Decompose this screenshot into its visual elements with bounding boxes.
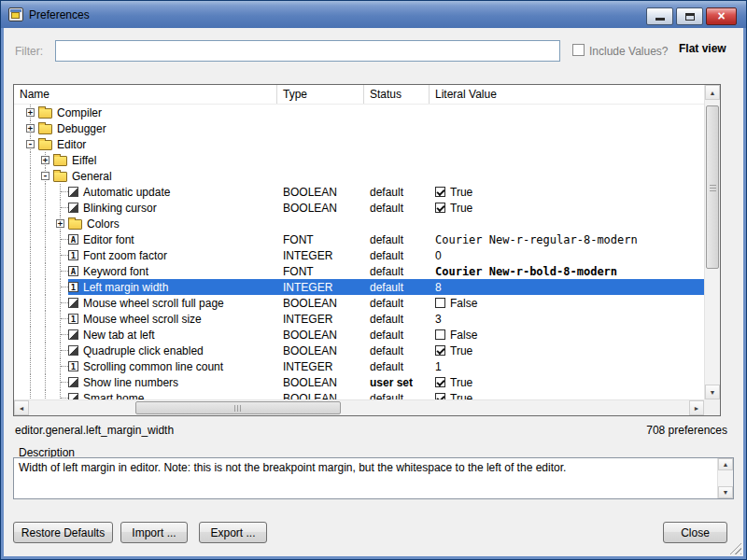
- value-checkbox[interactable]: [435, 298, 445, 308]
- import-button[interactable]: Import ...: [120, 522, 188, 543]
- tree-guide: [38, 184, 53, 200]
- scrollbar-corner: [704, 399, 720, 415]
- scroll-down-icon[interactable]: ▼: [718, 486, 733, 498]
- tree-row[interactable]: +Debugger: [14, 120, 704, 136]
- pref-value: Courier New-r-bold-8-modern: [430, 263, 704, 279]
- tree-guide: [23, 374, 38, 390]
- tree-rows: +Compiler+Debugger-Editor+Eiffel-General…: [14, 105, 704, 399]
- tree-row[interactable]: Show line numbersBOOLEANuser setTrue: [14, 374, 704, 390]
- expander-minus-icon[interactable]: -: [23, 136, 38, 152]
- tree-guide: [38, 390, 53, 399]
- tree-row[interactable]: Mouse wheel scroll full pageBOOLEANdefau…: [14, 295, 704, 311]
- close-window-button[interactable]: ×: [706, 7, 737, 25]
- bool-icon: [68, 329, 78, 340]
- pref-name: General: [72, 170, 112, 183]
- pref-value: 8: [430, 279, 704, 295]
- include-values-label[interactable]: Include Values?: [589, 45, 669, 58]
- expander-minus-icon[interactable]: -: [38, 168, 53, 184]
- resize-grip[interactable]: [729, 542, 741, 554]
- bool-icon: [68, 203, 78, 213]
- folder-icon: [53, 172, 67, 182]
- pref-type: [277, 152, 364, 168]
- value-checkbox[interactable]: [435, 203, 445, 213]
- pref-name: Debugger: [57, 122, 106, 135]
- pref-name: Show line numbers: [83, 376, 178, 389]
- tree-guide: [53, 343, 68, 358]
- vertical-scrollbar[interactable]: ▲ ▼: [704, 85, 720, 399]
- pref-name: Compiler: [57, 106, 102, 119]
- scroll-right-icon[interactable]: ►: [689, 400, 704, 415]
- column-header-name[interactable]: Name: [14, 85, 277, 104]
- value-checkbox[interactable]: [435, 393, 445, 399]
- tree-guide: [23, 184, 38, 200]
- value-text: True: [450, 202, 472, 215]
- filter-input[interactable]: [55, 40, 560, 62]
- tree-row[interactable]: Automatic updateBOOLEANdefaultTrue: [14, 184, 704, 200]
- expander-plus-icon[interactable]: +: [53, 216, 68, 231]
- horizontal-scroll-thumb[interactable]: [135, 401, 341, 414]
- expander-plus-icon[interactable]: +: [38, 152, 53, 168]
- column-header-type[interactable]: Type: [277, 85, 364, 104]
- tree-row[interactable]: 1Scrolling common line countINTEGERdefau…: [14, 358, 704, 374]
- tree-row[interactable]: AKeyword fontFONTdefaultCourier New-r-bo…: [14, 263, 704, 279]
- minimize-button[interactable]: [646, 7, 673, 25]
- scroll-up-icon[interactable]: ▲: [705, 85, 720, 100]
- tree-row[interactable]: +Compiler: [14, 105, 704, 120]
- tree-gutter: [14, 343, 68, 358]
- tree-guide: [38, 295, 53, 311]
- folder-icon: [38, 108, 52, 119]
- folder-icon: [38, 124, 52, 134]
- export-button[interactable]: Export ...: [199, 522, 267, 543]
- value-checkbox[interactable]: [435, 187, 445, 197]
- pref-type: BOOLEAN: [277, 327, 364, 343]
- tree-guide: [38, 327, 53, 343]
- scroll-left-icon[interactable]: ◄: [14, 400, 29, 415]
- include-values-checkbox[interactable]: [572, 44, 585, 56]
- pref-type: BOOLEAN: [277, 295, 364, 311]
- tree-row[interactable]: Smart homeBOOLEANdefaultTrue: [14, 390, 704, 399]
- tree-row[interactable]: Quadruple click enabledBOOLEANdefaultTru…: [14, 343, 704, 358]
- column-header-literal-value[interactable]: Literal Value: [430, 85, 704, 104]
- tree-row[interactable]: 1Mouse wheel scroll sizeINTEGERdefault3: [14, 311, 704, 327]
- expander-plus-icon[interactable]: +: [23, 105, 38, 120]
- tree-row[interactable]: -Editor: [14, 136, 704, 152]
- pref-value: False: [430, 295, 704, 311]
- pref-name: Keyword font: [83, 265, 148, 278]
- tree-row[interactable]: Blinking cursorBOOLEANdefaultTrue: [14, 200, 704, 216]
- horizontal-scrollbar[interactable]: ◄ ►: [14, 399, 704, 415]
- bool-icon: [68, 187, 78, 197]
- pref-value: True: [430, 374, 704, 390]
- pref-name-cell: Blinking cursor: [14, 200, 277, 216]
- int-icon: 1: [68, 250, 78, 260]
- value-checkbox[interactable]: [435, 377, 445, 387]
- column-header-status[interactable]: Status: [364, 85, 430, 104]
- pref-type: [277, 168, 364, 184]
- flat-view-button[interactable]: Flat view: [673, 41, 732, 56]
- value-checkbox[interactable]: [435, 329, 445, 340]
- pref-value: [430, 216, 704, 231]
- tree-row[interactable]: 1Font zoom factorINTEGERdefault0: [14, 247, 704, 263]
- restore-defaults-button[interactable]: Restore Defaults: [13, 522, 113, 543]
- expander-plus-icon[interactable]: +: [23, 120, 38, 136]
- pref-name: Blinking cursor: [83, 202, 157, 215]
- value-checkbox[interactable]: [435, 345, 445, 356]
- tree-row[interactable]: 1Left margin widthINTEGERdefault8: [14, 279, 704, 295]
- tree-row[interactable]: New tab at leftBOOLEANdefaultFalse: [14, 327, 704, 343]
- vertical-scroll-thumb[interactable]: [706, 105, 719, 269]
- tree-row[interactable]: +Colors: [14, 216, 704, 231]
- maximize-button[interactable]: [676, 7, 703, 25]
- close-button[interactable]: Close: [663, 522, 727, 543]
- scroll-down-icon[interactable]: ▼: [705, 385, 720, 399]
- pref-type: FONT: [277, 263, 364, 279]
- tree-gutter: -: [14, 168, 53, 184]
- tree-row[interactable]: -General: [14, 168, 704, 184]
- pref-status: [364, 216, 430, 231]
- font-icon: A: [68, 234, 78, 245]
- pref-name-cell: 1Scrolling common line count: [14, 358, 277, 374]
- description-scrollbar[interactable]: ▲ ▼: [717, 458, 733, 498]
- tree-row[interactable]: AEditor fontFONTdefaultCourier New-r-reg…: [14, 231, 704, 247]
- tree-row[interactable]: +Eiffel: [14, 152, 704, 168]
- scroll-up-icon[interactable]: ▲: [718, 458, 733, 470]
- title-bar[interactable]: Preferences ×: [1, 1, 746, 28]
- tree-gutter: [14, 295, 68, 311]
